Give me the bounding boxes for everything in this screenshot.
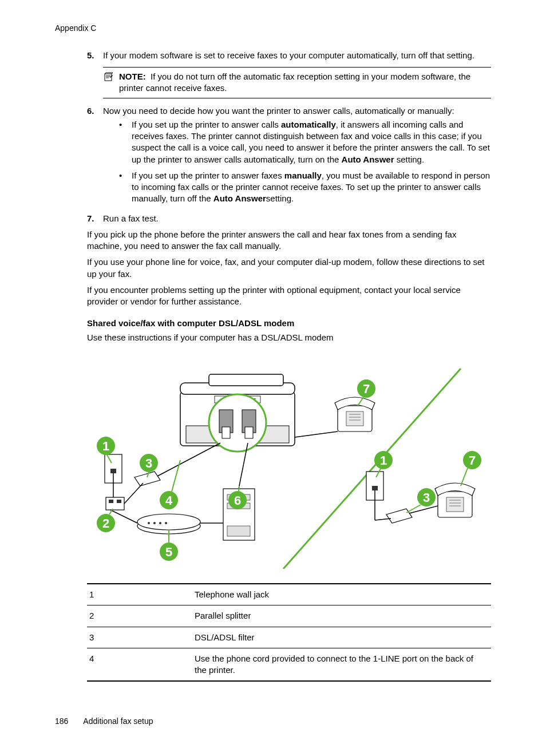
svg-line-4 (283, 369, 461, 569)
step-5: 5. If your modem software is set to rece… (87, 50, 491, 61)
wall-jack-left-icon (105, 454, 122, 497)
bullet-automatic: • If you set up the printer to answer ca… (119, 119, 491, 165)
svg-text:3: 3 (145, 456, 152, 470)
printer-icon: 1-LINE 2-EXT (180, 374, 295, 452)
step-5-text: If your modem software is set to receive… (103, 50, 491, 61)
svg-text:7: 7 (469, 453, 476, 468)
svg-text:5: 5 (165, 545, 172, 559)
note-box: NOTE: If you do not turn off the automat… (103, 67, 491, 98)
page-footer: 186 Additional fax setup (55, 716, 491, 727)
appendix-label: Appendix C (55, 23, 491, 34)
svg-text:2: 2 (102, 516, 109, 531)
table-row: 4Use the phone cord provided to connect … (87, 648, 491, 681)
paragraph-3: If you encounter problems setting up the… (87, 284, 491, 308)
step-6-number: 6. (87, 105, 103, 209)
svg-line-78 (406, 505, 421, 513)
svg-line-81 (461, 468, 468, 486)
svg-line-45 (375, 518, 391, 520)
svg-text:1: 1 (102, 439, 109, 453)
svg-rect-14 (245, 427, 253, 438)
bullet-manual: • If you set up the printer to answer fa… (119, 170, 491, 205)
step-6-text: Now you need to decide how you want the … (103, 106, 454, 116)
svg-line-41 (295, 432, 338, 437)
svg-line-63 (172, 460, 180, 492)
step-5-number: 5. (87, 50, 103, 61)
paragraph-2: If you use your phone line for voice, fa… (87, 256, 491, 280)
table-row: 1Telephone wall jack (87, 584, 491, 605)
svg-text:1: 1 (380, 453, 387, 468)
svg-rect-34 (227, 526, 250, 536)
phone-left-icon (295, 397, 375, 437)
note-body: If you do not turn off the automatic fax… (119, 72, 470, 93)
phone-right-icon (435, 483, 475, 517)
svg-point-10 (209, 394, 266, 452)
section-heading: Shared voice/fax with computer DSL/ADSL … (87, 318, 491, 329)
svg-text:7: 7 (363, 382, 370, 396)
table-row: 2Parallel splitter (87, 605, 491, 627)
parallel-splitter-icon (106, 497, 124, 510)
wall-jack-right-icon (366, 472, 383, 520)
svg-text:4: 4 (165, 493, 173, 508)
setup-diagram: 1-LINE 2-EXT (87, 357, 491, 572)
svg-line-22 (157, 443, 220, 476)
svg-point-28 (165, 522, 167, 524)
step-6: 6. Now you need to decide how you want t… (87, 105, 491, 209)
dsl-filter-right-icon (375, 506, 438, 523)
svg-rect-19 (109, 500, 113, 503)
svg-rect-48 (446, 497, 464, 512)
svg-text:6: 6 (234, 493, 241, 508)
note-icon (103, 72, 113, 82)
svg-point-25 (148, 522, 150, 524)
svg-point-24 (137, 514, 200, 530)
step-7: 7. Run a fax test. (87, 213, 491, 224)
callout-7-right: 7 (461, 451, 481, 486)
dsl-modem-icon (110, 510, 223, 534)
step-7-text: Run a fax test. (103, 213, 491, 224)
footer-title: Additional fax setup (83, 716, 153, 727)
section-subtext: Use these instructions if your computer … (87, 332, 491, 343)
note-text: NOTE: If you do not turn off the automat… (119, 71, 491, 94)
svg-rect-20 (117, 500, 121, 503)
step-7-number: 7. (87, 213, 103, 224)
svg-rect-37 (346, 411, 363, 426)
callout-5: 5 (160, 530, 178, 561)
table-row: 3DSL/ADSL filter (87, 627, 491, 648)
svg-point-27 (159, 522, 161, 524)
svg-line-21 (124, 483, 143, 504)
svg-rect-13 (222, 427, 230, 438)
svg-rect-16 (110, 469, 116, 473)
svg-line-69 (239, 486, 239, 491)
legend-table: 1Telephone wall jack 2Parallel splitter … (87, 583, 491, 682)
svg-rect-18 (106, 497, 124, 510)
svg-line-46 (409, 506, 438, 513)
svg-rect-7 (209, 374, 283, 386)
callout-4: 4 (160, 460, 180, 509)
note-label: NOTE: (119, 72, 146, 81)
callout-3-right: 3 (406, 488, 436, 513)
svg-point-26 (153, 522, 156, 524)
svg-rect-43 (372, 486, 378, 490)
paragraph-1: If you pick up the phone before the prin… (87, 229, 491, 252)
callout-2-left: 2 (97, 509, 115, 532)
svg-text:3: 3 (423, 490, 430, 505)
page-number: 186 (55, 716, 68, 727)
